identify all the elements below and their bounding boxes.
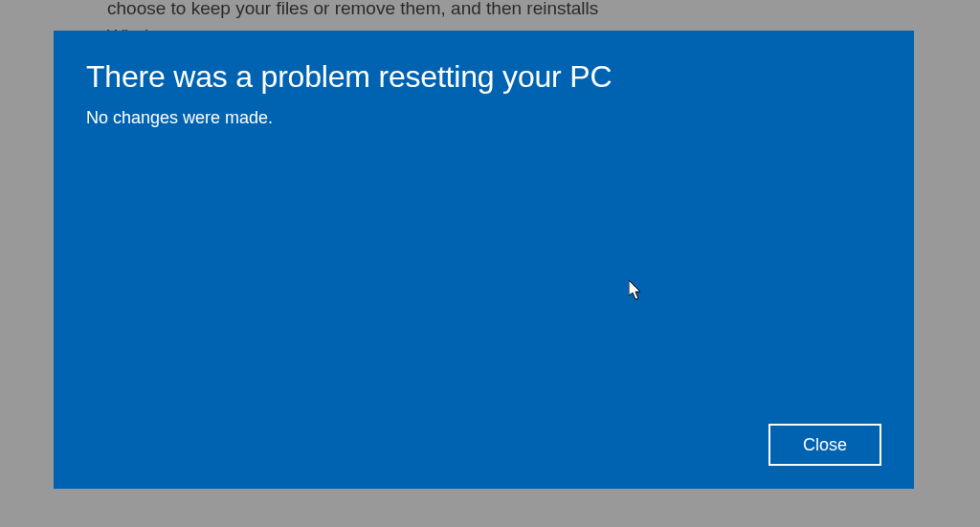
error-dialog: There was a problem resetting your PC No…: [54, 31, 914, 489]
dialog-actions: Close: [86, 424, 881, 466]
background-text-line-1: choose to keep your files or remove them…: [107, 0, 598, 18]
close-button[interactable]: Close: [768, 424, 881, 466]
dialog-title: There was a problem resetting your PC: [86, 59, 881, 95]
dialog-body-text: No changes were made.: [86, 108, 881, 424]
